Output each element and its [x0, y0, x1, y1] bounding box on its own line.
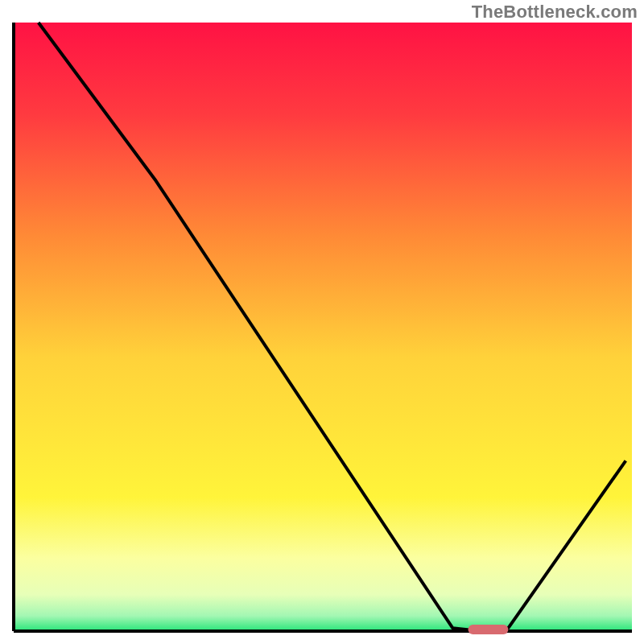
bottleneck-chart: TheBottleneck.com	[0, 0, 644, 644]
chart-canvas	[0, 0, 644, 644]
optimal-marker	[468, 625, 508, 634]
